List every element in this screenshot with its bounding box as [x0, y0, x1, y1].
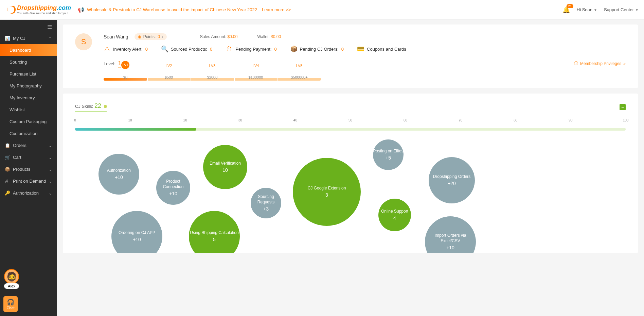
skill-bubble-posting-on-elites[interactable]: Posting on Elites+5	[373, 139, 404, 170]
status-coupons-and-cards[interactable]: 💳Coupons and Cards	[357, 46, 406, 52]
sales-amount: Sales Amount: $0.00	[200, 34, 238, 39]
scale-tick: 30	[238, 118, 242, 122]
level-label: Level: 1	[104, 60, 121, 67]
chevron-down-icon: ⌄	[49, 143, 52, 148]
user-menu[interactable]: Hi Sean▼	[577, 7, 597, 12]
chevron-down-icon: ⌄	[49, 155, 52, 160]
status-icon: 💳	[357, 46, 364, 52]
menu-icon: 🔑	[5, 190, 10, 196]
sidebar-item-customization[interactable]: Customization	[0, 128, 57, 139]
sidebar-item-my-photography[interactable]: My Photography	[0, 80, 57, 92]
support-menu[interactable]: Support Center▼	[604, 7, 639, 12]
menu-icon: 🛒	[5, 155, 10, 160]
status-icon: 📦	[290, 46, 297, 52]
sidebar-item-dashboard[interactable]: Dashboard	[0, 44, 57, 56]
skill-bubble-product-connection[interactable]: Product Connection+10	[156, 171, 190, 205]
skill-bubble-authorization[interactable]: Authorization+10	[99, 154, 139, 195]
bubble-value: +20	[448, 180, 456, 186]
chevron-right-icon: ›	[162, 35, 163, 39]
sidebar-group-products[interactable]: 📦Products⌄	[0, 163, 57, 175]
announcement-text: Wholesale & Prestock to CJ Warehouse to …	[87, 7, 257, 12]
notifications-button[interactable]: 🔔21	[562, 6, 570, 14]
logo[interactable]: Dropshipping.com You sell - We source an…	[5, 4, 71, 16]
collapse-button[interactable]: −	[620, 104, 626, 110]
bubble-value: +10	[169, 190, 177, 197]
scale-tick: 70	[459, 118, 462, 122]
scale-tick: 80	[514, 118, 517, 122]
sidebar-item-purchase-list[interactable]: Purchase List	[0, 68, 57, 80]
skills-title: CJ Skills: 22	[75, 102, 107, 112]
points-pill[interactable]: ◉ Points: 0 ›	[135, 33, 167, 40]
level-amount: $500000+	[291, 75, 307, 79]
status-icon: ⚠	[104, 46, 110, 52]
bubble-label: Online Support	[381, 209, 408, 214]
user-name: Sean Wang	[104, 34, 128, 39]
skills-scale: 0102030405060708090100	[75, 118, 626, 127]
status-icon: ⏱	[226, 46, 233, 52]
bubble-label: Dropshipping Orders	[433, 174, 471, 180]
status-pending-payment[interactable]: ⏱Pending Payment: 0	[226, 46, 276, 52]
skill-bubble-import-orders-via-excel-csv[interactable]: Import Orders via Excel/CSV+10	[425, 216, 476, 253]
chevron-up-icon: ⌃	[49, 36, 52, 41]
skill-bubble-dropshipping-orders[interactable]: Dropshipping Orders+20	[429, 157, 475, 203]
support-agent-widget[interactable]: 🧔 Alex	[4, 269, 19, 289]
sidebar-group-cart[interactable]: 🛒Cart⌄	[0, 151, 57, 163]
level-amount: $100000	[249, 75, 263, 79]
bubble-value: 3	[325, 192, 328, 198]
sidebar-group-authorization[interactable]: 🔑Authorization⌄	[0, 187, 57, 199]
chevron-down-icon: ▼	[594, 8, 597, 12]
scale-tick: 0	[74, 118, 76, 122]
agent-avatar-icon: 🧔	[4, 269, 19, 284]
status-sourced-products[interactable]: 🔍Sourced Products: 0	[161, 46, 212, 52]
chevron-down-icon: ⌄	[49, 167, 52, 172]
level-marker: LV3	[209, 64, 216, 68]
sidebar-collapse-button[interactable]: ☰	[0, 20, 57, 32]
menu-icon: 📦	[5, 167, 10, 172]
level-marker: LV4	[253, 64, 259, 68]
menu-icon: 📊	[5, 36, 10, 41]
menu-icon: 📋	[5, 143, 10, 148]
scale-tick: 20	[183, 118, 187, 122]
sidebar-item-my-inventory[interactable]: My Inventory	[0, 92, 57, 104]
scale-tick: 100	[623, 118, 629, 122]
wallet-amount: Wallet: $0.00	[257, 34, 281, 39]
chevron-down-icon: ⌄	[49, 191, 52, 196]
skill-bubble-email-verification[interactable]: Email Verification10	[203, 145, 247, 189]
skill-bubble-using-shipping-calculation[interactable]: Using Shipping Calculation5	[189, 211, 240, 253]
skill-bubble-ordering-on-cj-app[interactable]: Ordering on CJ APP+10	[111, 211, 162, 253]
avatar[interactable]: S	[75, 33, 92, 50]
level-marker: LV5	[296, 64, 303, 68]
sidebar-item-custom-packaging[interactable]: Custom Packaging	[0, 116, 57, 128]
coins-icon: ◉	[138, 34, 141, 39]
chat-button[interactable]: 🎧 Chat	[3, 296, 18, 312]
skill-bubble-sourcing-requests[interactable]: Sourcing Requests+3	[251, 188, 281, 218]
level-marker: LV1	[121, 61, 129, 69]
sidebar-item-wishlist[interactable]: Wishlist	[0, 104, 57, 116]
membership-privileges-link[interactable]: ⓘMembership Privileges»	[574, 61, 626, 66]
main-content: S Sean Wang ◉ Points: 0 › Sales Amount: …	[57, 20, 644, 316]
chevron-right-icon: »	[623, 61, 626, 66]
bubble-value: +10	[133, 236, 141, 243]
scale-tick: 40	[293, 118, 297, 122]
headset-icon: 🎧	[3, 298, 18, 306]
skills-bubbles: Authorization+10Product Connection+10Ema…	[75, 137, 626, 253]
status-inventory-alert[interactable]: ⚠Inventory Alert: 0	[104, 46, 148, 52]
sidebar-group-orders[interactable]: 📋Orders⌄	[0, 139, 57, 151]
status-pending-cj-orders[interactable]: 📦Pending CJ Orders: 0	[290, 46, 344, 52]
level-marker: LV2	[166, 64, 172, 68]
bubble-value: +5	[386, 155, 391, 161]
sidebar-group-my-cj[interactable]: 📊My CJ⌃	[0, 32, 57, 44]
bubble-value: +3	[263, 206, 269, 212]
logo-icon	[5, 4, 17, 16]
notification-badge: 21	[567, 4, 573, 8]
sidebar-item-sourcing[interactable]: Sourcing	[0, 56, 57, 68]
megaphone-icon: 📢	[78, 7, 84, 13]
learn-more-link[interactable]: Learn more >>	[262, 7, 291, 12]
skill-bubble-cj-google-extension[interactable]: CJ Google Extension3	[293, 158, 361, 226]
logo-text: Dropshipping	[17, 4, 57, 11]
sidebar-group-print-on-demand[interactable]: 🖨Print on Demand⌄	[0, 175, 57, 187]
skills-card: CJ Skills: 22 − 0102030405060708090100 A…	[63, 94, 638, 253]
menu-icon: 🖨	[5, 179, 10, 184]
level-amount: $500	[165, 75, 173, 79]
skill-bubble-online-support[interactable]: Online Support4	[378, 199, 411, 231]
